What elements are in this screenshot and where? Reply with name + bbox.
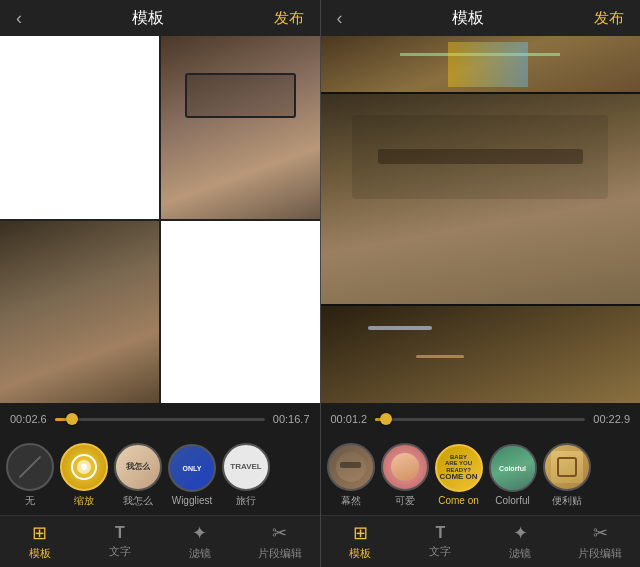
right-nav-template-label: 模板: [349, 546, 371, 561]
right-timeline: 00:01.2 00:22.9: [321, 403, 641, 435]
left-timeline-progress: [55, 418, 72, 421]
right-timeline-track[interactable]: [375, 418, 585, 421]
right-nav-text[interactable]: T 文字: [400, 516, 480, 567]
right-bottom-nav: ⊞ 模板 T 文字 ✦ 滤镜 ✂ 片段编辑: [321, 515, 641, 567]
template-circle-fade: [327, 443, 375, 491]
left-nav-filter-label: 滤镜: [189, 546, 211, 561]
template-item-cute[interactable]: 可爱: [381, 443, 429, 508]
right-publish-button[interactable]: 发布: [594, 9, 624, 28]
left-header: ‹ 模板 发布: [0, 0, 320, 36]
template-item-why[interactable]: 我怎么 我怎么: [114, 443, 162, 508]
template-item-fade[interactable]: 幕然: [327, 443, 375, 508]
left-nav-filter[interactable]: ✦ 滤镜: [160, 516, 240, 567]
right-nav-edit[interactable]: ✂ 片段编辑: [560, 516, 640, 567]
right-nav-filter[interactable]: ✦ 滤镜: [480, 516, 560, 567]
left-template-strip: 无 缩放 我怎么 我怎么 ONLY Wiggliest: [0, 435, 320, 515]
right-nav-template[interactable]: ⊞ 模板: [321, 516, 401, 567]
template-circle-comeon: BABYARE YOUREADY?COME ON: [435, 444, 483, 492]
no-filter-icon: [19, 455, 42, 478]
wiggliest-text: ONLY: [183, 465, 202, 472]
stack-row-mid: [321, 94, 641, 304]
left-preview: [0, 36, 320, 403]
template-circle-zoom: [60, 443, 108, 491]
template-label-fade: 幕然: [341, 494, 361, 508]
template-item-wiggliest[interactable]: ONLY Wiggliest: [168, 444, 216, 506]
template-item-zoom[interactable]: 缩放: [60, 443, 108, 508]
right-nav-template-icon: ⊞: [353, 522, 368, 544]
colorful-text: Colorful: [499, 465, 526, 472]
template-label-wiggliest: Wiggliest: [172, 495, 213, 506]
left-nav-template-label: 模板: [29, 546, 51, 561]
left-nav-text-label: 文字: [109, 544, 131, 559]
template-item-sticker[interactable]: 便利贴: [543, 443, 591, 508]
left-timeline-track[interactable]: [55, 418, 265, 421]
glitch-overlay-bottom: [321, 306, 641, 403]
left-nav-edit-icon: ✂: [272, 522, 287, 544]
left-time-start: 00:02.6: [10, 413, 47, 425]
left-panel: ‹ 模板 发布 00:02.6: [0, 0, 320, 567]
left-nav-text[interactable]: T 文字: [80, 516, 160, 567]
template-circle-travel: TRAVEL: [222, 443, 270, 491]
zoom-icon: [69, 452, 99, 482]
left-nav-template[interactable]: ⊞ 模板: [0, 516, 80, 567]
travel-text: TRAVEL: [230, 462, 261, 471]
left-nav-edit[interactable]: ✂ 片段编辑: [240, 516, 320, 567]
template-circle-colorful: Colorful: [489, 444, 537, 492]
left-nav-template-icon: ⊞: [32, 522, 47, 544]
why-text: 我怎么: [126, 461, 150, 472]
template-circle-none: [6, 443, 54, 491]
left-time-end: 00:16.7: [273, 413, 310, 425]
right-nav-edit-label: 片段编辑: [578, 546, 622, 561]
template-label-zoom: 缩放: [74, 494, 94, 508]
grid-cell-tr: [161, 36, 320, 219]
comeon-badge-text: BABYARE YOUREADY?COME ON: [439, 454, 477, 483]
template-circle-why: 我怎么: [114, 443, 162, 491]
left-back-button[interactable]: ‹: [16, 8, 22, 29]
right-stack: [321, 36, 641, 403]
template-label-travel: 旅行: [236, 494, 256, 508]
grid-cell-br: [161, 221, 320, 404]
stack-row-bottom: [321, 306, 641, 403]
template-circle-wiggliest: ONLY: [168, 444, 216, 492]
right-nav-text-icon: T: [435, 524, 445, 542]
svg-point-2: [81, 464, 87, 470]
stack-row-top: [321, 36, 641, 92]
template-label-colorful: Colorful: [495, 495, 529, 506]
right-header: ‹ 模板 发布: [321, 0, 641, 36]
template-item-travel[interactable]: TRAVEL 旅行: [222, 443, 270, 508]
grid-cell-tl: [0, 36, 159, 219]
right-back-button[interactable]: ‹: [337, 8, 343, 29]
template-label-sticker: 便利贴: [552, 494, 582, 508]
right-nav-text-label: 文字: [429, 544, 451, 559]
right-template-strip: 幕然 可爱 BABYARE YOUREADY?COME ON Come on C…: [321, 435, 641, 515]
right-preview: [321, 36, 641, 403]
template-circle-sticker: [543, 443, 591, 491]
template-label-cute: 可爱: [395, 494, 415, 508]
template-item-comeon[interactable]: BABYARE YOUREADY?COME ON Come on: [435, 444, 483, 506]
template-circle-cute: [381, 443, 429, 491]
left-title: 模板: [132, 8, 164, 29]
right-nav-filter-icon: ✦: [513, 522, 528, 544]
grid-cell-bl: [0, 221, 159, 404]
right-timeline-thumb[interactable]: [380, 413, 392, 425]
glitch-overlay-top: [321, 36, 641, 92]
template-label-none: 无: [25, 494, 35, 508]
template-item-none[interactable]: 无: [6, 443, 54, 508]
right-title: 模板: [452, 8, 484, 29]
left-timeline: 00:02.6 00:16.7: [0, 403, 320, 435]
left-nav-filter-icon: ✦: [192, 522, 207, 544]
right-nav-filter-label: 滤镜: [509, 546, 531, 561]
left-nav-text-icon: T: [115, 524, 125, 542]
right-panel: ‹ 模板 发布: [321, 0, 641, 567]
left-bottom-nav: ⊞ 模板 T 文字 ✦ 滤镜 ✂ 片段编辑: [0, 515, 320, 567]
template-label-why: 我怎么: [123, 494, 153, 508]
template-label-comeon: Come on: [438, 495, 479, 506]
left-grid: [0, 36, 320, 403]
right-time-end: 00:22.9: [593, 413, 630, 425]
left-timeline-thumb[interactable]: [66, 413, 78, 425]
left-publish-button[interactable]: 发布: [274, 9, 304, 28]
template-item-colorful[interactable]: Colorful Colorful: [489, 444, 537, 506]
right-time-start: 00:01.2: [331, 413, 368, 425]
right-nav-edit-icon: ✂: [593, 522, 608, 544]
left-nav-edit-label: 片段编辑: [258, 546, 302, 561]
